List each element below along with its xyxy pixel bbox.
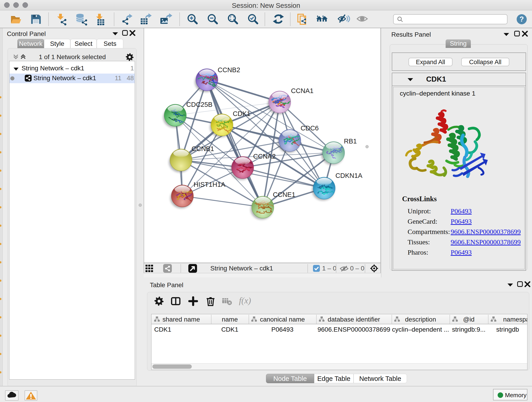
svg-text:CDK1: CDK1 [233, 110, 250, 117]
svg-text:CCNA2: CCNA2 [253, 153, 276, 160]
svg-text:HIST1H1A: HIST1H1A [194, 181, 225, 188]
svg-text:CCNB2: CCNB2 [218, 66, 240, 74]
svg-text:CCNB1: CCNB1 [191, 145, 214, 153]
svg-text:CDC25B: CDC25B [186, 101, 212, 108]
svg-text:?: ? [520, 15, 524, 23]
svg-text:RB1: RB1 [344, 138, 357, 145]
svg-text:CCNE1: CCNE1 [273, 191, 295, 198]
svg-text:CDC6: CDC6 [301, 124, 319, 132]
svg-text:CDKN1A: CDKN1A [336, 172, 362, 179]
svg-text:CCNA1: CCNA1 [291, 87, 313, 95]
